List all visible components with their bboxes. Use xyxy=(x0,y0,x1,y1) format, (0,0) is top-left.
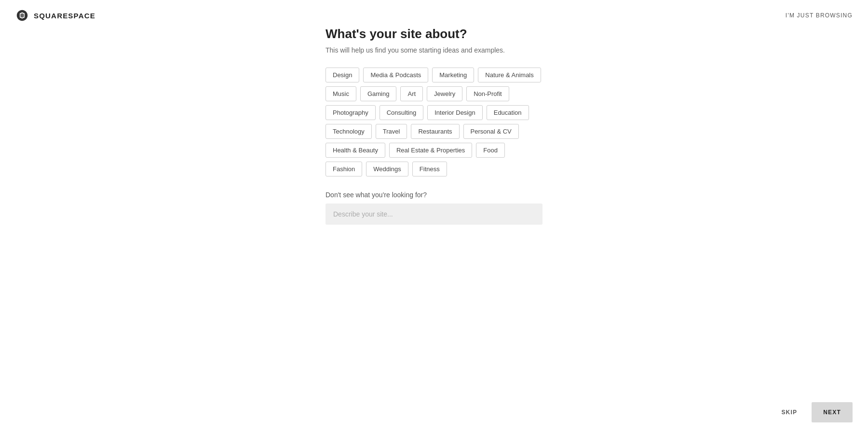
main-content: What's your site about? This will help u… xyxy=(0,0,868,225)
category-tag[interactable]: Interior Design xyxy=(427,105,483,120)
squarespace-logo-icon xyxy=(15,9,29,22)
category-tag[interactable]: Gaming xyxy=(360,86,397,101)
logo[interactable]: SQUARESPACE xyxy=(15,9,95,22)
header: SQUARESPACE I'M JUST BROWSING xyxy=(0,0,868,31)
logo-text: SQUARESPACE xyxy=(34,12,95,20)
category-tag[interactable]: Non-Profit xyxy=(466,86,509,101)
category-tag[interactable]: Health & Beauty xyxy=(326,143,385,158)
category-tag[interactable]: Personal & CV xyxy=(463,124,519,139)
category-tag[interactable]: Jewelry xyxy=(427,86,462,101)
category-tag[interactable]: Consulting xyxy=(380,105,423,120)
category-tag[interactable]: Technology xyxy=(326,124,372,139)
category-tag[interactable]: Nature & Animals xyxy=(478,68,541,82)
dont-see-label: Don't see what you're looking for? xyxy=(326,191,542,199)
category-tag[interactable]: Travel xyxy=(376,124,407,139)
category-tag[interactable]: Marketing xyxy=(432,68,474,82)
category-tag[interactable]: Music xyxy=(326,86,356,101)
category-tag[interactable]: Art xyxy=(400,86,423,101)
category-tags-container: DesignMedia & PodcastsMarketingNature & … xyxy=(326,68,542,176)
category-tag[interactable]: Weddings xyxy=(366,162,408,176)
category-tag[interactable]: Fashion xyxy=(326,162,362,176)
content-wrapper: What's your site about? This will help u… xyxy=(326,27,542,225)
category-tag[interactable]: Real Estate & Properties xyxy=(389,143,472,158)
category-tag[interactable]: Education xyxy=(487,105,529,120)
category-tag[interactable]: Fitness xyxy=(412,162,447,176)
page-subtitle: This will help us find you some starting… xyxy=(326,46,542,54)
footer-buttons: SKIP NEXT xyxy=(774,402,853,422)
category-tag[interactable]: Food xyxy=(476,143,505,158)
describe-input[interactable] xyxy=(326,203,542,225)
category-tag[interactable]: Photography xyxy=(326,105,376,120)
skip-button[interactable]: SKIP xyxy=(774,404,804,420)
category-tag[interactable]: Media & Podcasts xyxy=(363,68,428,82)
category-tag[interactable]: Design xyxy=(326,68,359,82)
next-button[interactable]: NEXT xyxy=(812,402,853,422)
just-browsing-link[interactable]: I'M JUST BROWSING xyxy=(786,12,853,19)
category-tag[interactable]: Restaurants xyxy=(411,124,459,139)
